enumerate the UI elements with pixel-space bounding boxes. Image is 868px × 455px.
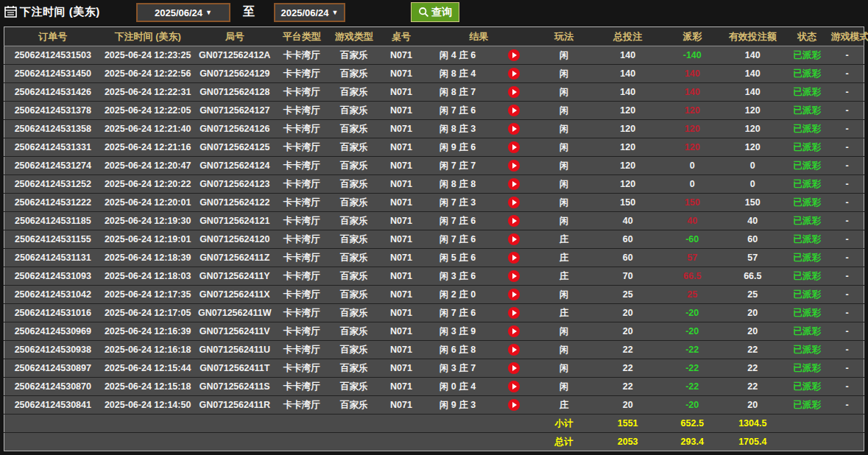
table-no-cell: N071 bbox=[380, 249, 423, 267]
grand-total-row-cell: 1705.4 bbox=[721, 433, 783, 451]
platform-cell: 卡卡湾厅 bbox=[275, 46, 328, 65]
play-icon[interactable] bbox=[508, 68, 520, 80]
play-icon[interactable] bbox=[508, 178, 520, 190]
subtotal-row-cell: 1551 bbox=[593, 415, 663, 433]
game-mode-cell: - bbox=[830, 138, 864, 157]
valid-bet-cell: 0 bbox=[721, 157, 783, 175]
round-id-cell: GN0712562411Y bbox=[194, 267, 275, 286]
row-action-cell bbox=[493, 286, 535, 304]
date-from-select[interactable]: 2025/06/24 ▼ bbox=[136, 3, 230, 22]
play-icon[interactable] bbox=[508, 362, 520, 374]
play-icon[interactable] bbox=[508, 344, 520, 356]
play-icon[interactable] bbox=[508, 86, 520, 98]
date-to-select[interactable]: 2025/06/24 ▼ bbox=[274, 3, 345, 22]
total-bet-cell: 140 bbox=[593, 65, 663, 83]
play-icon[interactable] bbox=[508, 307, 520, 319]
game-type-cell: 百家乐 bbox=[328, 138, 380, 157]
payout-cell: 120 bbox=[663, 120, 721, 138]
status-cell: 已派彩 bbox=[783, 230, 830, 249]
table-no-cell: N071 bbox=[380, 230, 423, 249]
play-icon[interactable] bbox=[508, 49, 520, 61]
bet-time-cell: 2025-06-24 12:19:01 bbox=[102, 230, 194, 249]
row-action-cell bbox=[493, 175, 535, 194]
payout-cell: 25 bbox=[663, 286, 721, 304]
table-no-cell: N071 bbox=[380, 341, 423, 359]
play-icon[interactable] bbox=[508, 197, 520, 208]
status-cell: 已派彩 bbox=[783, 102, 830, 120]
platform-cell: 卡卡湾厅 bbox=[275, 138, 328, 157]
round-id-cell: GN07125624121 bbox=[194, 212, 275, 230]
play-icon[interactable] bbox=[508, 141, 520, 153]
row-action-cell bbox=[493, 212, 535, 230]
result-cell: 闲 3 庄 7 bbox=[423, 359, 493, 378]
platform-cell: 卡卡湾厅 bbox=[275, 286, 328, 304]
result-cell: 闲 8 庄 8 bbox=[423, 175, 493, 194]
play-cell: 闲 bbox=[535, 359, 593, 378]
payout-cell: -140 bbox=[663, 46, 721, 65]
grand-total-row-cell bbox=[783, 433, 830, 451]
game-type-cell: 百家乐 bbox=[328, 194, 380, 212]
total-bet-cell: 70 bbox=[593, 267, 663, 286]
round-id-cell: GN07125624127 bbox=[194, 102, 275, 120]
grand-total-row-cell bbox=[102, 433, 194, 451]
play-icon[interactable] bbox=[508, 105, 520, 116]
platform-cell: 卡卡湾厅 bbox=[275, 341, 328, 359]
play-icon[interactable] bbox=[508, 160, 520, 172]
subtotal-row-cell bbox=[493, 415, 535, 433]
play-icon[interactable] bbox=[508, 399, 520, 411]
total-bet-cell: 20 bbox=[593, 322, 663, 341]
play-icon[interactable] bbox=[508, 270, 520, 282]
game-type-cell: 百家乐 bbox=[328, 175, 380, 194]
filter-bar: 下注时间 (美东) 2025/06/24 ▼ 至 2025/06/24 ▼ 查询 bbox=[0, 0, 868, 27]
table-row: 2506241245308972025-06-24 12:15:44GN0712… bbox=[4, 359, 864, 378]
order-id-cell: 250624124531378 bbox=[4, 102, 102, 120]
play-icon[interactable] bbox=[508, 325, 520, 337]
play-cell: 闲 bbox=[535, 322, 593, 341]
table-row: 2506241245309382025-06-24 12:16:18GN0712… bbox=[4, 341, 864, 359]
play-cell: 闲 bbox=[535, 102, 593, 120]
round-id-cell: GN07125624123 bbox=[194, 175, 275, 194]
payout-cell: 57 bbox=[663, 249, 721, 267]
payout-cell: 0 bbox=[663, 175, 721, 194]
result-cell: 闲 5 庄 6 bbox=[423, 249, 493, 267]
play-icon[interactable] bbox=[508, 252, 520, 264]
total-bet-cell: 120 bbox=[593, 102, 663, 120]
play-icon[interactable] bbox=[508, 233, 520, 245]
order-id-cell: 250624124531274 bbox=[4, 157, 102, 175]
search-button[interactable]: 查询 bbox=[411, 2, 459, 22]
order-id-cell: 250624124531155 bbox=[4, 230, 102, 249]
play-icon[interactable] bbox=[508, 123, 520, 135]
subtotal-row-cell bbox=[328, 415, 380, 433]
game-type-cell: 百家乐 bbox=[328, 304, 380, 322]
result-cell: 闲 4 庄 6 bbox=[423, 46, 493, 65]
column-header-order_id: 订单号 bbox=[4, 27, 102, 46]
game-mode-cell: - bbox=[830, 120, 864, 138]
status-cell: 已派彩 bbox=[783, 378, 830, 396]
subtotal-row-cell: 小计 bbox=[535, 415, 593, 433]
bet-records-table: 订单号下注时间 (美东)局号平台类型游戏类型桌号结果玩法总投注派彩有效投注额状态… bbox=[4, 27, 864, 451]
platform-cell: 卡卡湾厅 bbox=[275, 212, 328, 230]
game-type-cell: 百家乐 bbox=[328, 46, 380, 65]
status-cell: 已派彩 bbox=[783, 138, 830, 157]
play-icon[interactable] bbox=[508, 381, 520, 392]
valid-bet-cell: 22 bbox=[721, 378, 783, 396]
payout-cell: 0 bbox=[663, 157, 721, 175]
total-bet-cell: 22 bbox=[593, 359, 663, 378]
payout-cell: -22 bbox=[663, 359, 721, 378]
result-cell: 闲 7 庄 6 bbox=[423, 230, 493, 249]
order-id-cell: 250624124531185 bbox=[4, 212, 102, 230]
payout-cell: 140 bbox=[663, 83, 721, 102]
column-header-play: 玩法 bbox=[535, 27, 593, 46]
status-cell: 已派彩 bbox=[783, 267, 830, 286]
play-icon[interactable] bbox=[508, 215, 520, 227]
row-action-cell bbox=[493, 102, 535, 120]
game-mode-cell: - bbox=[830, 286, 864, 304]
table-no-cell: N071 bbox=[380, 46, 423, 65]
total-bet-cell: 60 bbox=[593, 249, 663, 267]
payout-cell: -20 bbox=[663, 396, 721, 415]
table-row: 2506241245312522025-06-24 12:20:22GN0712… bbox=[4, 175, 864, 194]
order-id-cell: 250624124530897 bbox=[4, 359, 102, 378]
play-icon[interactable] bbox=[508, 289, 520, 300]
round-id-cell: GN0712562411R bbox=[194, 396, 275, 415]
valid-bet-cell: 22 bbox=[721, 359, 783, 378]
